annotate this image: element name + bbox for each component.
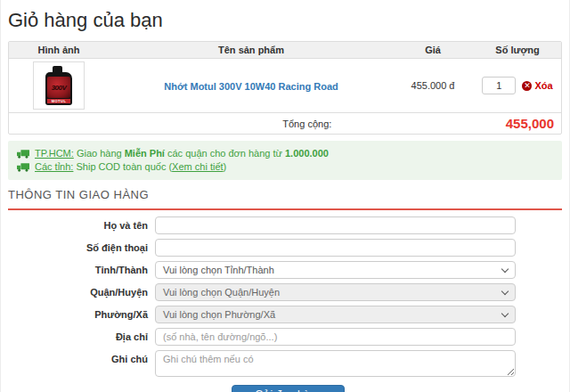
oil-bottle-image: 300V MOTUL [45, 66, 72, 105]
cart-total-row: Tổng cộng: 455,000 [9, 112, 561, 134]
total-value: 455,000 [506, 116, 554, 131]
remove-item-button[interactable]: ✕ Xóa [522, 80, 552, 91]
provinces-link[interactable]: Các tỉnh: [35, 161, 73, 172]
product-name-link[interactable]: Nhớt Motul 300V 10W40 Racing Road [164, 81, 338, 92]
total-label: Tổng cộng: [282, 118, 331, 129]
address-label: Địa chỉ [8, 331, 148, 342]
quantity-input[interactable] [482, 77, 516, 94]
shipping-notice: TP.HCM: Giao hàng Miễn Phí các quận cho … [8, 141, 562, 180]
truck-icon [17, 149, 29, 159]
ward-select[interactable]: Vui lòng chọn Phường/Xã [155, 306, 516, 323]
ward-label: Phường/Xã [8, 309, 148, 320]
shipping-form: Họ và tên Số điện thoại Tỉnh/Thành Vui l… [8, 216, 562, 392]
cart-item-row: 300V MOTUL Nhớt Motul 300V 10W40 Racing … [9, 59, 561, 112]
submit-order-button[interactable]: Gửi đơn hàng [232, 385, 345, 392]
col-header-quantity: Số lượng [472, 45, 563, 55]
province-select[interactable]: Vui lòng chọn Tỉnh/Thành [155, 261, 516, 279]
see-details-link[interactable]: Xem chi tiết [172, 161, 223, 172]
district-label: Quận/Huyện [8, 287, 148, 298]
note-label: Ghi chú [8, 350, 148, 364]
product-price: 455.000 đ [394, 80, 472, 91]
address-input[interactable] [155, 328, 516, 346]
col-header-name: Tên sản phẩm [109, 45, 394, 55]
page-title: Giỏ hàng của bạn [8, 9, 562, 32]
product-image[interactable]: 300V MOTUL [33, 61, 85, 110]
shipping-line-provinces: Các tỉnh: Ship COD toàn quốc (Xem chi ti… [17, 160, 553, 174]
truck-icon [17, 162, 29, 172]
shipping-line-hcm: TP.HCM: Giao hàng Miễn Phí các quận cho … [17, 147, 553, 160]
col-header-price: Giá [394, 45, 472, 55]
phone-label: Số điện thoại [8, 242, 148, 253]
province-label: Tỉnh/Thành [8, 265, 148, 275]
name-input[interactable] [155, 216, 516, 234]
remove-label: Xóa [534, 80, 552, 91]
phone-input[interactable] [155, 239, 516, 257]
note-textarea[interactable] [155, 350, 516, 377]
remove-circle-icon: ✕ [522, 81, 532, 91]
name-label: Họ và tên [8, 220, 148, 231]
cart-page: Giỏ hàng của bạn Hình ảnh Tên sản phẩm G… [0, 0, 570, 392]
shipping-info-heading: THÔNG TIN GIAO HÀNG [8, 188, 562, 210]
cart-table-header: Hình ảnh Tên sản phẩm Giá Số lượng [9, 42, 561, 59]
district-select[interactable]: Vui lòng chọn Quận/Huyện [155, 283, 516, 301]
hcm-link[interactable]: TP.HCM: [35, 148, 74, 159]
cart-table: Hình ảnh Tên sản phẩm Giá Số lượng 300V … [8, 41, 562, 135]
col-header-image: Hình ảnh [9, 45, 109, 55]
